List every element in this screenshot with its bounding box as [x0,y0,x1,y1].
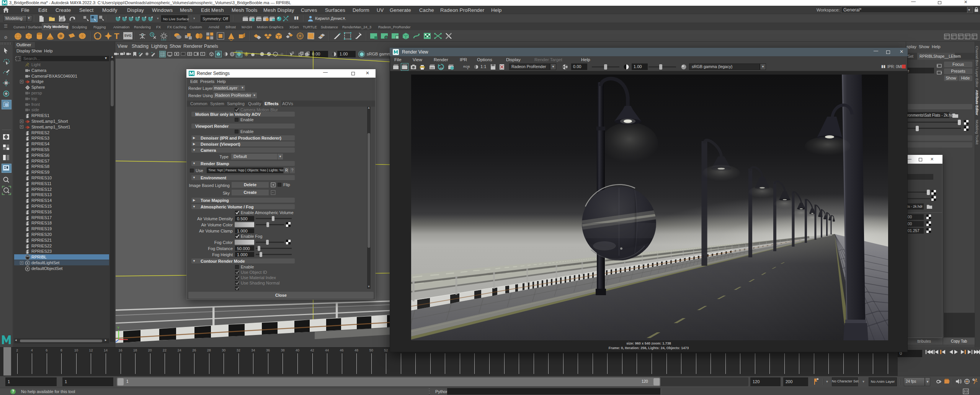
svg-text:IPR: IPR [257,19,261,21]
svg-text:IPR: IPR [439,67,443,70]
svg-text:Y: Y [117,326,119,330]
svg-text:IPR: IPR [430,67,434,69]
svg-text:0,0,0: 0,0,0 [161,39,167,41]
